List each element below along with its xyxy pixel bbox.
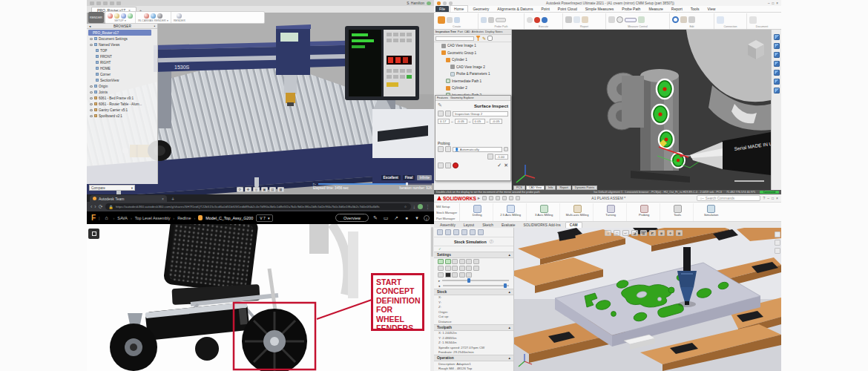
url-field[interactable]: 🔒 https://autodesk360.autodesk360.com/g/… — [105, 203, 411, 210]
task-pane-check-icon[interactable] — [775, 232, 780, 237]
wireframe-checker-icon[interactable] — [608, 16, 615, 23]
tab-point-cloud[interactable]: Point Cloud — [554, 6, 581, 12]
connection-status-badge[interactable]: Connected — [760, 191, 779, 194]
filter-funnel-icon[interactable] — [476, 36, 481, 41]
link-icon[interactable] — [488, 17, 494, 23]
note-icon[interactable] — [573, 16, 580, 23]
cam-tree-icon[interactable] — [478, 229, 484, 235]
inspection-viewport[interactable]: Serial MADE IN UK — [512, 30, 771, 190]
paste-icon[interactable] — [688, 16, 695, 23]
ribbon-part-manager[interactable]: Part Manager — [436, 217, 457, 220]
ribbon-stock-manager[interactable]: Stock Manager — [436, 211, 457, 214]
feature-manager-icon[interactable] — [437, 229, 443, 235]
tree-item[interactable]: Intermediate Path 1 — [434, 78, 511, 85]
rebuild-icon[interactable] — [516, 196, 520, 200]
task-pane-appearance-icon[interactable] — [775, 248, 780, 254]
mid-field[interactable]: 0.05 — [473, 119, 485, 124]
print-icon[interactable] — [502, 196, 507, 200]
bookmark-star-icon[interactable]: ☆ — [404, 205, 407, 209]
user-icon[interactable]: ● — [403, 215, 410, 220]
panel-tab-cad[interactable]: CAD — [464, 30, 470, 33]
overview-button[interactable]: Overview — [335, 214, 369, 222]
collapse-icon[interactable]: ▴ — [509, 253, 510, 257]
recalculate-icon[interactable] — [672, 16, 679, 23]
close-tab-icon[interactable]: × — [162, 197, 164, 201]
progress-slider[interactable]: ● — [434, 283, 513, 289]
scene-icon[interactable]: ▣ — [676, 230, 683, 236]
redo-icon[interactable] — [116, 1, 121, 5]
tab-view[interactable]: View — [704, 6, 720, 12]
holder-display-button[interactable] — [466, 266, 472, 271]
property-manager-icon[interactable] — [445, 229, 451, 235]
maximize-icon[interactable]: □ — [772, 196, 774, 200]
probing-expand-button[interactable] — [504, 147, 508, 151]
tree-item[interactable]: 6061 - Bed Frame v9:1 — [87, 95, 157, 101]
loop-icon[interactable] — [542, 17, 548, 23]
user-name[interactable]: S. Hamilton — [407, 1, 424, 5]
info-icon[interactable]: ⓘ — [490, 239, 493, 244]
wireframe-view-icon[interactable] — [774, 79, 780, 85]
collision-button[interactable] — [445, 272, 451, 278]
ribbon-button-tools[interactable]: Tools — [662, 203, 694, 221]
confirm-icon[interactable]: ✓ — [497, 162, 502, 168]
tool-display-button[interactable] — [445, 266, 451, 271]
profile-avatar[interactable] — [418, 204, 423, 209]
browser-collapse-icon[interactable]: ◂ — [89, 24, 91, 28]
edit-pencil-icon[interactable]: ✎ — [482, 36, 486, 41]
configuration-manager-icon[interactable] — [453, 229, 459, 235]
tolerance-field[interactable]: 0.17 — [438, 119, 450, 124]
group-prev-button[interactable] — [438, 111, 444, 116]
cad-view-image-icon[interactable] — [565, 16, 572, 23]
machine-connect-icon[interactable] — [717, 16, 724, 24]
stop-button[interactable] — [459, 259, 465, 264]
back-icon[interactable]: ‹ — [91, 204, 92, 209]
tab-layout[interactable]: Layout — [460, 223, 478, 228]
zoom-fit-icon[interactable]: ⌂ — [605, 230, 611, 236]
tree-item[interactable]: SectionView — [87, 77, 157, 83]
no-entry-icon[interactable] — [453, 162, 458, 168]
collapse-icon[interactable]: ▴ — [509, 326, 510, 329]
probing-direction-button[interactable] — [445, 146, 451, 152]
compare-dropdown[interactable]: Compare▾ — [89, 185, 135, 191]
dynamic-point-icon[interactable] — [617, 16, 623, 23]
pan-icon[interactable]: ✥ — [245, 187, 251, 192]
display-settings-icon[interactable]: ▤ — [269, 187, 276, 192]
tab-geometry[interactable]: Geometry — [469, 6, 493, 12]
chart-button[interactable] — [466, 272, 472, 278]
undo-icon[interactable] — [449, 1, 453, 5]
tree-item[interactable]: CAD View Image 2 — [434, 64, 511, 71]
download-icon[interactable]: ↓ — [413, 204, 416, 209]
close-icon[interactable]: × — [776, 196, 778, 200]
ribbon-button-probing[interactable]: Probing — [628, 203, 660, 221]
tab-alignments[interactable]: Alignments & Datums — [493, 6, 536, 12]
save-icon[interactable] — [496, 196, 500, 200]
orbit-icon[interactable]: ⟳ — [237, 187, 243, 192]
tab-home[interactable]: Home — [450, 5, 468, 12]
collapse-icon[interactable]: ▴ — [509, 356, 510, 360]
inspection-group-field[interactable]: Inspection Group 2 — [453, 111, 508, 116]
tab-measure[interactable]: Measure — [645, 6, 666, 12]
tree-item[interactable]: HOME — [87, 65, 157, 71]
ribbon-button-drilling[interactable]: Drilling — [461, 203, 493, 221]
information-icon[interactable] — [582, 16, 588, 23]
attach-icon[interactable] — [749, 16, 757, 24]
browser-tab[interactable]: Autodesk Team × — [90, 195, 167, 202]
fast-forward-button[interactable] — [445, 259, 451, 264]
tab-file[interactable]: File — [435, 6, 449, 12]
group-next-button[interactable] — [445, 111, 451, 116]
undo-icon[interactable] — [110, 1, 114, 5]
zoom-area-icon[interactable]: ◻ — [614, 230, 620, 236]
top-view-icon[interactable] — [774, 43, 780, 49]
in-canvas-render-icon[interactable] — [144, 13, 149, 19]
tree-item[interactable]: Cylinder 2 — [434, 85, 511, 92]
ribbon-button-3axis[interactable]: 3 Axis Milling — [528, 203, 560, 221]
data-panel-icon[interactable] — [90, 1, 94, 5]
fusion-team-logo[interactable]: F — [91, 214, 96, 222]
new-doc-icon[interactable] — [482, 196, 487, 200]
probing-method-dropdown[interactable]: 👤 Automatically — [453, 147, 502, 152]
max-field[interactable]: -0.05 — [490, 119, 502, 124]
panel-tab-part[interactable]: Part — [458, 30, 463, 33]
ribbon-button-25axis[interactable]: 2.5 Axis Milling — [495, 203, 527, 221]
stop-icon[interactable] — [534, 17, 540, 23]
tree-item[interactable]: FRONT — [87, 53, 157, 59]
